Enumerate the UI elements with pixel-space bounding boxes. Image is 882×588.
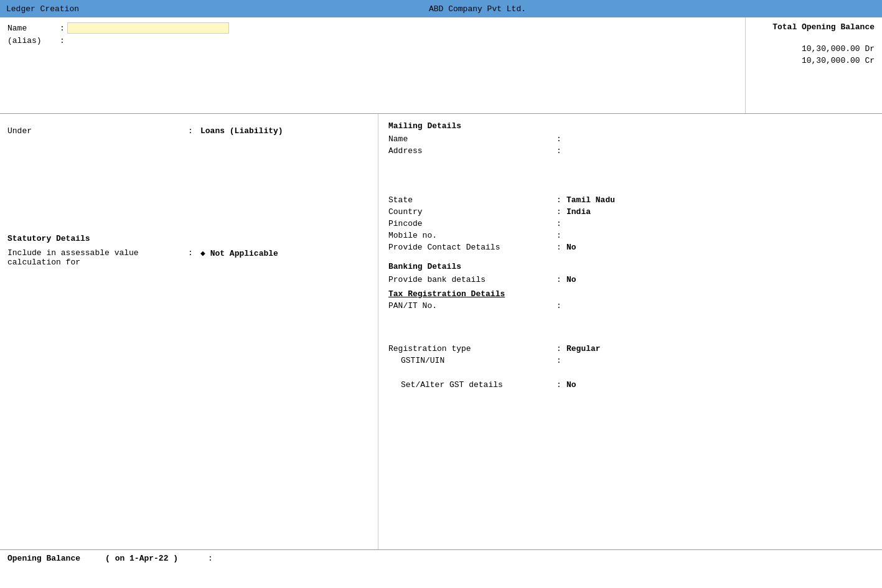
pincode-row: Pincode :: [388, 219, 872, 228]
reg-type-row: Registration type : Regular: [388, 344, 872, 353]
pan-colon: :: [556, 301, 566, 310]
contact-colon: :: [556, 243, 566, 252]
reg-type-colon: :: [556, 344, 566, 353]
reg-type-label: Registration type: [388, 344, 556, 353]
alias-label: (alias): [7, 36, 57, 45]
top-left-panel: Name : (alias) :: [0, 17, 745, 113]
left-panel: Under : Loans (Liability) Statutory Deta…: [0, 114, 378, 549]
name-field-row: Name :: [7, 22, 738, 34]
include-value[interactable]: ◆ Not Applicable: [200, 248, 278, 258]
mailing-name-row: Name :: [388, 134, 872, 144]
banking-title: Banking Details: [388, 262, 872, 271]
contact-value[interactable]: No: [566, 243, 576, 252]
country-value[interactable]: India: [566, 207, 591, 217]
gstin-label: GSTIN/UIN: [388, 356, 556, 365]
footer: Opening Balance ( on 1-Apr-22 ) :: [0, 549, 882, 567]
name-colon: :: [57, 24, 67, 33]
bank-details-row: Provide bank details : No: [388, 275, 872, 284]
alias-colon: :: [57, 36, 67, 45]
total-opening-label: Total Opening Balance: [753, 22, 875, 32]
name-input[interactable]: [67, 22, 229, 34]
under-label: Under: [7, 126, 188, 136]
contact-row: Provide Contact Details : No: [388, 243, 872, 252]
under-row: Under : Loans (Liability): [7, 126, 370, 136]
statutory-title: Statutory Details: [7, 234, 370, 243]
main-content: Under : Loans (Liability) Statutory Deta…: [0, 114, 882, 549]
pincode-label: Pincode: [388, 219, 556, 228]
include-row: Include in assessable value calculation …: [7, 248, 370, 267]
country-row: Country : India: [388, 207, 872, 217]
mailing-address-row: Address :: [388, 146, 872, 156]
bank-details-colon: :: [556, 275, 566, 284]
right-panel: Mailing Details Name : Address : State :…: [378, 114, 882, 549]
state-label: State: [388, 195, 556, 205]
gst-alter-colon: :: [556, 380, 566, 390]
gstin-row: GSTIN/UIN :: [388, 356, 872, 365]
gst-alter-label: Set/Alter GST details: [388, 380, 556, 390]
name-label: Name: [7, 24, 57, 33]
gst-alter-value[interactable]: No: [566, 380, 576, 390]
mailing-address-colon: :: [556, 146, 566, 156]
header-bar: Ledger Creation ABD Company Pvt Ltd.: [0, 0, 882, 17]
mobile-label: Mobile no.: [388, 231, 556, 240]
balance-cr: 10,30,000.00 Cr: [753, 56, 875, 65]
country-label: Country: [388, 207, 556, 217]
header-title-center: ABD Company Pvt Ltd.: [79, 4, 876, 14]
contact-label: Provide Contact Details: [388, 243, 556, 252]
pincode-colon: :: [556, 219, 566, 228]
mobile-colon: :: [556, 231, 566, 240]
under-colon: :: [188, 126, 200, 136]
include-label: Include in assessable value calculation …: [7, 248, 188, 267]
mobile-row: Mobile no. :: [388, 231, 872, 240]
state-colon: :: [556, 195, 566, 205]
pan-label: PAN/IT No.: [388, 301, 556, 310]
on-date-label: ( on 1-Apr-22 ): [105, 554, 178, 563]
gst-alter-row: Set/Alter GST details : No: [388, 380, 872, 390]
mailing-address-label: Address: [388, 146, 556, 156]
footer-colon: :: [208, 554, 213, 563]
mailing-name-label: Name: [388, 134, 556, 144]
tax-title: Tax Registration Details: [388, 289, 872, 299]
mailing-name-colon: :: [556, 134, 566, 144]
opening-balance-label: Opening Balance: [7, 554, 80, 563]
country-colon: :: [556, 207, 566, 217]
mailing-title: Mailing Details: [388, 121, 872, 131]
reg-type-value[interactable]: Regular: [566, 344, 601, 353]
under-value[interactable]: Loans (Liability): [200, 126, 283, 136]
pan-row: PAN/IT No. :: [388, 301, 872, 310]
balance-dr: 10,30,000.00 Dr: [753, 44, 875, 54]
bank-details-value[interactable]: No: [566, 275, 576, 284]
include-colon: :: [188, 248, 200, 258]
top-section: Name : (alias) : Total Opening Balance 1…: [0, 17, 882, 114]
gstin-colon: :: [556, 356, 566, 365]
top-right-panel: Total Opening Balance 10,30,000.00 Dr 10…: [745, 17, 882, 113]
bank-details-label: Provide bank details: [388, 275, 556, 284]
state-value[interactable]: Tamil Nadu: [566, 195, 615, 205]
header-title-left: Ledger Creation: [6, 4, 79, 14]
state-row: State : Tamil Nadu: [388, 195, 872, 205]
alias-field-row: (alias) :: [7, 36, 738, 45]
